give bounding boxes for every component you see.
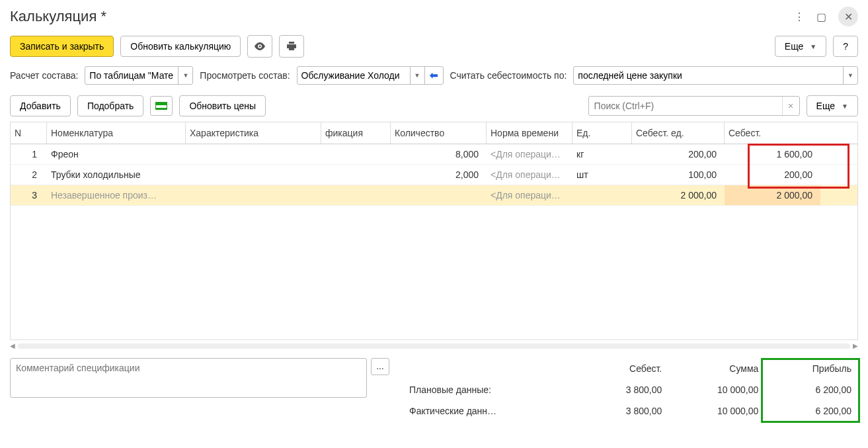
cost-input[interactable] [574,68,843,83]
summary-table: Себест. Сумма Прибыль Плановые данные: 3… [403,358,858,422]
print-button[interactable] [279,35,304,58]
col-quantity[interactable]: Количество [391,122,487,144]
clear-search-icon[interactable]: × [782,97,799,115]
summary-row-plan: Плановые данные: 3 800,00 10 000,00 6 20… [403,379,858,400]
close-icon[interactable]: ✕ [838,7,858,26]
search-input[interactable] [589,98,782,114]
preview-input[interactable] [297,68,410,83]
refresh-calculation-button[interactable]: Обновить калькуляцию [120,36,241,57]
col-time-norm[interactable]: Норма времени [487,122,572,144]
col-nomenclature[interactable]: Номенклатура [47,122,186,144]
more-button-top[interactable]: Еще▼ [775,36,826,57]
svg-point-0 [259,46,261,48]
save-and-close-button[interactable]: Записать и закрыть [10,36,114,57]
summary-col-sum: Сумма [668,358,765,379]
table-row[interactable]: 2 Трубки холодильные 2,000 <Для операци…… [11,165,857,185]
comment-textarea[interactable] [10,358,367,398]
summary-col-cost: Себест. [581,358,668,379]
page-title: Калькуляция * [10,8,106,25]
maximize-icon[interactable]: ▢ [816,11,826,23]
scroll-right-icon[interactable]: ▶ [853,342,858,349]
search-input-wrap[interactable]: × [588,96,800,116]
col-unit-cost[interactable]: Себест. ед. [632,122,725,144]
table-icon-button[interactable] [150,96,173,116]
compose-select[interactable]: ▼ [85,66,193,85]
grid-body[interactable]: 1 Фреон 8,000 <Для операци… кг 200,00 1 … [11,144,857,339]
horizontal-scrollbar[interactable]: ◀ ▶ [0,340,868,351]
more-button-grid[interactable]: Еще▼ [807,95,858,116]
summary-row-fact: Фактические данн… 3 800,00 10 000,00 6 2… [403,400,858,422]
col-n[interactable]: N [11,122,47,144]
preview-label: Просмотреть состав: [200,70,290,81]
cost-label: Считать себестоимость по: [450,70,567,81]
col-cost[interactable]: Себест. [725,122,820,144]
col-characteristic[interactable]: Характеристика [186,122,321,144]
refresh-prices-button[interactable]: Обновить цены [179,95,266,116]
compose-label: Расчет состава: [10,70,78,81]
help-button[interactable]: ? [833,36,858,57]
col-unit[interactable]: Ед. [572,122,632,144]
preview-select[interactable]: ▼ ⬅ [297,66,444,85]
table-row[interactable]: 3 Незавершенное произ… <Для операци… 2 0… [11,185,857,206]
grid-header: N Номенклатура Характеристика фикация Ко… [11,122,857,144]
arrow-left-icon[interactable]: ⬅ [424,67,443,84]
comment-more-button[interactable]: … [371,358,389,375]
summary-col-profit: Прибыль [765,358,858,379]
chevron-down-icon[interactable]: ▼ [410,67,424,84]
chevron-down-icon[interactable]: ▼ [843,67,857,84]
preview-button[interactable] [247,35,272,58]
col-fication[interactable]: фикация [321,122,391,144]
add-button[interactable]: Добавить [10,95,71,116]
compose-input[interactable] [85,68,178,83]
scroll-left-icon[interactable]: ◀ [10,342,15,349]
chevron-down-icon[interactable]: ▼ [178,67,192,84]
items-grid: N Номенклатура Характеристика фикация Ко… [10,122,858,340]
kebab-menu-icon[interactable]: ⋮ [794,11,805,23]
pick-button[interactable]: Подобрать [77,95,144,116]
cost-select[interactable]: ▼ [573,66,858,85]
table-row[interactable]: 1 Фреон 8,000 <Для операци… кг 200,00 1 … [11,144,857,165]
